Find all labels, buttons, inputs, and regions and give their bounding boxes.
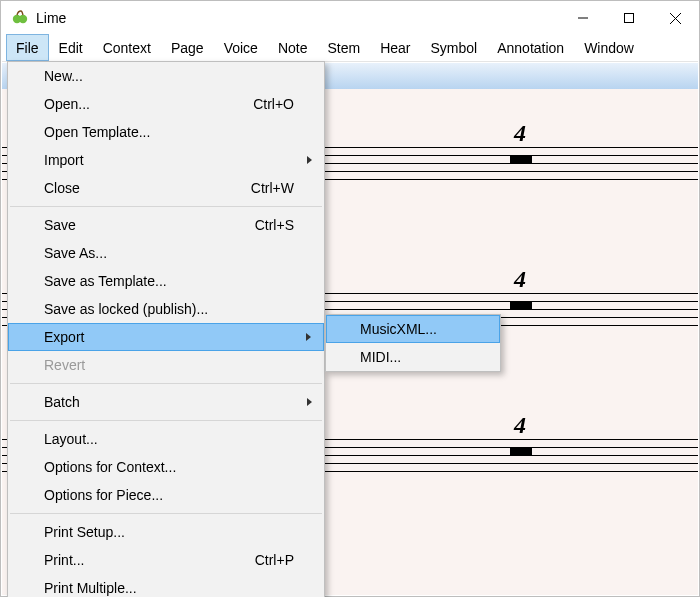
menuitem-label: Revert xyxy=(44,357,85,373)
menuitem-export[interactable]: Export xyxy=(8,323,324,351)
menu-annotation[interactable]: Annotation xyxy=(487,34,574,61)
menuitem-label: Save xyxy=(44,217,76,233)
svg-rect-3 xyxy=(625,14,634,23)
menuitem-options-context[interactable]: Options for Context... xyxy=(8,453,324,481)
menu-separator xyxy=(10,383,322,384)
menu-symbol[interactable]: Symbol xyxy=(421,34,488,61)
menuitem-label: Print Multiple... xyxy=(44,580,137,596)
menuitem-label: Export xyxy=(44,329,84,345)
menuitem-open[interactable]: Open... Ctrl+O xyxy=(8,90,324,118)
menuitem-label: Open... xyxy=(44,96,90,112)
menuitem-save-as-template[interactable]: Save as Template... xyxy=(8,267,324,295)
menuitem-new[interactable]: New... xyxy=(8,62,324,90)
menuitem-open-template[interactable]: Open Template... xyxy=(8,118,324,146)
menuitem-shortcut: Ctrl+W xyxy=(251,180,294,196)
menuitem-label: Print... xyxy=(44,552,84,568)
menuitem-label: Batch xyxy=(44,394,80,410)
whole-rest xyxy=(510,302,532,310)
menuitem-close[interactable]: Close Ctrl+W xyxy=(8,174,324,202)
menu-separator xyxy=(10,206,322,207)
window-frame: Lime File Edit Context Page Voice Note S… xyxy=(0,0,700,597)
svg-point-1 xyxy=(19,15,27,23)
menu-voice[interactable]: Voice xyxy=(214,34,268,61)
menuitem-print[interactable]: Print... Ctrl+P xyxy=(8,546,324,574)
menuitem-import[interactable]: Import xyxy=(8,146,324,174)
menuitem-label: Save as Template... xyxy=(44,273,167,289)
menuitem-save-as-locked[interactable]: Save as locked (publish)... xyxy=(8,295,324,323)
menuitem-label: Close xyxy=(44,180,80,196)
menuitem-shortcut: Ctrl+P xyxy=(255,552,294,568)
menu-separator xyxy=(10,420,322,421)
menu-hear[interactable]: Hear xyxy=(370,34,420,61)
menu-edit[interactable]: Edit xyxy=(49,34,93,61)
close-button[interactable] xyxy=(652,2,698,34)
submenu-arrow-icon xyxy=(307,156,312,164)
menuitem-label: MusicXML... xyxy=(360,321,437,337)
menuitem-label: Print Setup... xyxy=(44,524,125,540)
menuitem-label: MIDI... xyxy=(360,349,401,365)
submenu-arrow-icon xyxy=(306,333,311,341)
minimize-button[interactable] xyxy=(560,2,606,34)
menuitem-label: New... xyxy=(44,68,83,84)
export-submenu: MusicXML... MIDI... xyxy=(325,314,501,372)
menuitem-print-setup[interactable]: Print Setup... xyxy=(8,518,324,546)
maximize-button[interactable] xyxy=(606,2,652,34)
menuitem-label: Options for Piece... xyxy=(44,487,163,503)
menuitem-label: Layout... xyxy=(44,431,98,447)
menuitem-print-multiple[interactable]: Print Multiple... xyxy=(8,574,324,597)
window-controls xyxy=(560,2,698,34)
menuitem-label: Options for Context... xyxy=(44,459,176,475)
menuitem-label: Open Template... xyxy=(44,124,150,140)
app-title: Lime xyxy=(36,10,66,26)
menu-file[interactable]: File xyxy=(6,34,49,61)
menuitem-export-musicxml[interactable]: MusicXML... xyxy=(326,315,500,343)
menu-bar: File Edit Context Page Voice Note Stem H… xyxy=(2,34,698,62)
menuitem-batch[interactable]: Batch xyxy=(8,388,324,416)
menuitem-label: Save As... xyxy=(44,245,107,261)
menuitem-label: Save as locked (publish)... xyxy=(44,301,208,317)
menuitem-options-piece[interactable]: Options for Piece... xyxy=(8,481,324,509)
menu-window[interactable]: Window xyxy=(574,34,644,61)
menu-note[interactable]: Note xyxy=(268,34,318,61)
menuitem-shortcut: Ctrl+O xyxy=(253,96,294,112)
menuitem-export-midi[interactable]: MIDI... xyxy=(326,343,500,371)
whole-rest xyxy=(510,448,532,456)
menu-stem[interactable]: Stem xyxy=(317,34,370,61)
menuitem-shortcut: Ctrl+S xyxy=(255,217,294,233)
menuitem-save-as[interactable]: Save As... xyxy=(8,239,324,267)
title-bar: Lime xyxy=(2,2,698,34)
multirest-number: 4 xyxy=(514,412,526,439)
submenu-arrow-icon xyxy=(307,398,312,406)
app-icon xyxy=(12,10,28,26)
menuitem-revert: Revert xyxy=(8,351,324,379)
menu-context[interactable]: Context xyxy=(93,34,161,61)
menuitem-layout[interactable]: Layout... xyxy=(8,425,324,453)
menu-page[interactable]: Page xyxy=(161,34,214,61)
menuitem-label: Import xyxy=(44,152,84,168)
file-menu-dropdown: New... Open... Ctrl+O Open Template... I… xyxy=(7,61,325,597)
multirest-number: 4 xyxy=(514,266,526,293)
whole-rest xyxy=(510,156,532,164)
multirest-number: 4 xyxy=(514,120,526,147)
menu-separator xyxy=(10,513,322,514)
menuitem-save[interactable]: Save Ctrl+S xyxy=(8,211,324,239)
